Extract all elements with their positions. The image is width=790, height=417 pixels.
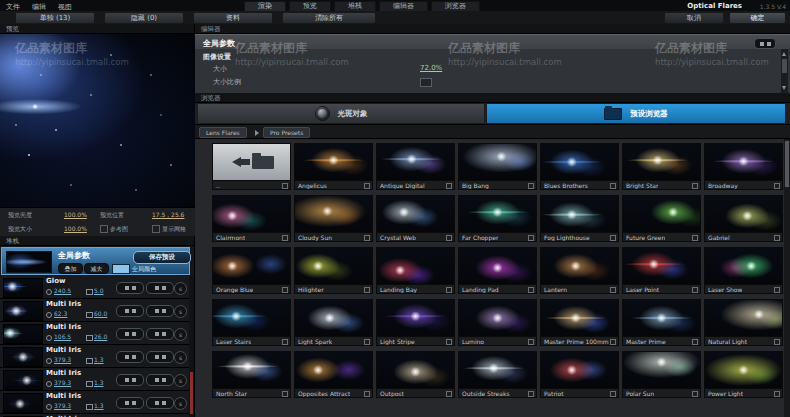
aspect-param-field[interactable] [420, 78, 432, 87]
stack-item-toggle-a[interactable] [116, 374, 144, 386]
preset-info-badge[interactable] [610, 391, 616, 397]
preset-item[interactable]: Lumino [458, 299, 537, 346]
stack-item-toggle-a[interactable] [116, 305, 144, 317]
preset-item[interactable]: Orange Blue [212, 247, 291, 294]
preview-position-value[interactable]: 17.5 , 25.6 [152, 211, 184, 218]
stack-item-toggle-b[interactable] [146, 305, 174, 317]
preset-info-badge[interactable] [774, 287, 780, 293]
preset-item[interactable]: Outside Streaks [458, 351, 537, 398]
preset-item[interactable]: Natural Light [704, 299, 783, 346]
preset-thumbnail[interactable] [704, 247, 783, 285]
stack-item-solo-button[interactable]: s [174, 328, 187, 341]
preset-item[interactable]: Master Prime 100mm [540, 299, 619, 346]
stack-item-toggle-b[interactable] [146, 351, 174, 363]
preset-info-badge[interactable] [692, 339, 698, 345]
preset-info-badge[interactable] [446, 235, 452, 241]
preset-item[interactable]: Blues Brothers [540, 143, 619, 190]
clear-all-button[interactable]: 清除所有 [282, 12, 376, 24]
preset-thumbnail[interactable] [622, 247, 701, 285]
preset-item[interactable]: Laser Stairs [212, 299, 291, 346]
stack-item-solo-button[interactable]: s [174, 282, 187, 295]
preset-info-badge[interactable] [446, 391, 452, 397]
stack-item-scale[interactable]: 5.0 [94, 287, 104, 294]
preview-brightness-value[interactable]: 100.0% [64, 211, 87, 218]
preset-info-badge[interactable] [692, 235, 698, 241]
preset-thumbnail[interactable] [458, 351, 537, 389]
preset-info-badge[interactable] [364, 391, 370, 397]
preset-thumbnail[interactable] [212, 247, 291, 285]
stack-item-brightness[interactable]: 106.5 [54, 333, 71, 340]
preset-thumbnail[interactable] [704, 143, 783, 181]
stack-item-toggle-a[interactable] [116, 282, 144, 294]
stack-item-row[interactable]: Multi Iris 62.3 60.0 s [0, 299, 189, 322]
preset-info-badge[interactable] [610, 183, 616, 189]
preset-info-badge[interactable] [282, 183, 288, 189]
stack-item-row[interactable]: Glow 240.5 5.0 s [0, 276, 189, 299]
preset-item[interactable]: Lantern [540, 247, 619, 294]
preset-thumbnail[interactable] [540, 299, 619, 337]
scroll-down-icon[interactable] [782, 86, 786, 90]
tab-flare-objects[interactable]: 光斑对象 [197, 103, 485, 124]
reference-image-checkbox[interactable] [100, 225, 108, 233]
preset-thumbnail[interactable] [294, 247, 373, 285]
preset-thumbnail[interactable] [376, 143, 455, 181]
browser-scrollbar[interactable] [784, 139, 790, 417]
preset-info-badge[interactable] [446, 183, 452, 189]
preset-item[interactable]: Light Stripe [376, 299, 455, 346]
stack-item-toggle-b[interactable] [146, 328, 174, 340]
preset-info-badge[interactable] [364, 287, 370, 293]
stack-item-toggle-a[interactable] [116, 351, 144, 363]
preset-thumbnail[interactable] [294, 299, 373, 337]
preset-item[interactable]: Hilighter [294, 247, 373, 294]
stack-item-brightness[interactable]: 379.3 [54, 379, 71, 386]
editor-scrollbar-thumb[interactable] [782, 59, 787, 73]
preset-info-badge[interactable] [364, 339, 370, 345]
preset-item[interactable]: Fog Lighthouse [540, 195, 619, 242]
preset-item[interactable]: Big Bang [458, 143, 537, 190]
preset-info-badge[interactable] [282, 287, 288, 293]
preset-item[interactable]: Angelicus [294, 143, 373, 190]
preset-item[interactable]: Antique Digital [376, 143, 455, 190]
preset-thumbnail[interactable] [622, 351, 701, 389]
scroll-up-icon[interactable] [782, 52, 786, 56]
hide-count-button[interactable]: 隐藏 (0) [104, 12, 184, 24]
preset-item[interactable]: Power Light [704, 351, 783, 398]
preset-info-badge[interactable] [774, 339, 780, 345]
show-grid-checkbox[interactable] [152, 225, 160, 233]
preset-thumbnail[interactable] [294, 351, 373, 389]
save-preset-button[interactable]: 保存预设 [133, 251, 191, 264]
preset-thumbnail[interactable] [622, 195, 701, 233]
preset-info-badge[interactable] [774, 235, 780, 241]
preset-info-badge[interactable] [692, 391, 698, 397]
section-options-button[interactable] [754, 38, 776, 49]
preset-info-badge[interactable] [364, 235, 370, 241]
preset-info-badge[interactable] [528, 339, 534, 345]
preset-thumbnail[interactable] [622, 299, 701, 337]
preset-info-badge[interactable] [282, 339, 288, 345]
stack-scrollbar-thumb[interactable] [190, 372, 193, 414]
preset-info-badge[interactable] [774, 391, 780, 397]
stack-item-solo-button[interactable]: s [174, 351, 187, 364]
stack-item-solo-button[interactable]: s [174, 374, 187, 387]
preset-thumbnail[interactable] [458, 299, 537, 337]
preset-info-badge[interactable] [528, 183, 534, 189]
size-param-value[interactable]: 72.0% [420, 64, 442, 72]
preview-size-value[interactable]: 100.0% [64, 225, 87, 232]
preset-thumbnail[interactable] [212, 143, 291, 181]
preset-item[interactable]: North Star [212, 351, 291, 398]
preset-thumbnail[interactable] [376, 351, 455, 389]
stack-item-row[interactable]: Multi Iris 379.3 1.3 s [0, 391, 189, 414]
preset-info-badge[interactable] [446, 339, 452, 345]
preset-thumbnail[interactable] [376, 247, 455, 285]
preset-item[interactable]: Clairmont [212, 195, 291, 242]
preset-item[interactable]: Crystal Web [376, 195, 455, 242]
preset-item[interactable]: Outpost [376, 351, 455, 398]
preset-thumbnail[interactable] [704, 351, 783, 389]
stack-item-brightness[interactable]: 62.3 [54, 310, 67, 317]
stack-item-scale[interactable]: 1.3 [94, 356, 104, 363]
preset-item[interactable]: Light Spark [294, 299, 373, 346]
preset-item[interactable]: .. [212, 143, 291, 190]
stack-item-row[interactable]: Multi Iris 379.3 1.3 s [0, 368, 189, 391]
ok-button[interactable]: 确定 [729, 12, 786, 24]
preset-item[interactable]: Master Prime [622, 299, 701, 346]
